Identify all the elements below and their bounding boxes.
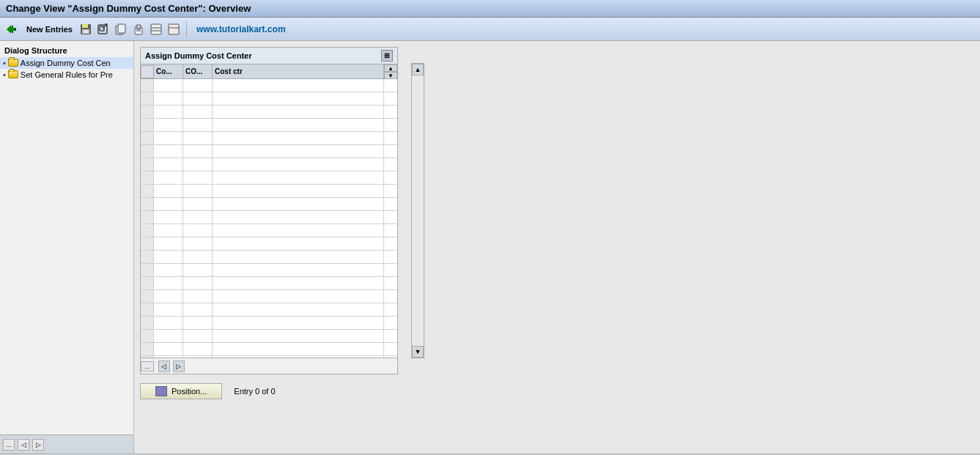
row-cell-co1[interactable] [154,106,183,118]
row-cell-cost[interactable] [213,132,384,144]
sidebar-nav-right[interactable]: ▷ [32,439,44,451]
row-cell-cost[interactable] [213,198,384,210]
row-cell-co2[interactable] [183,264,213,276]
row-cell-co1[interactable] [154,119,183,131]
row-cell-co1[interactable] [154,264,183,276]
row-selector[interactable] [141,330,154,342]
row-selector[interactable] [141,251,154,263]
row-cell-co2[interactable] [183,277,213,289]
row-cell-cost[interactable] [213,264,384,276]
h-scroll-right-btn[interactable]: ▷ [173,360,185,372]
col-all-selector[interactable] [141,65,154,78]
row-cell-co2[interactable] [183,290,213,303]
row-selector[interactable] [141,224,154,237]
row-selector[interactable] [141,343,154,355]
row-cell-co1[interactable] [154,171,183,184]
table-row[interactable] [141,277,397,290]
nav-back-button[interactable] [4,22,21,37]
table-row[interactable] [141,264,397,277]
scroll-down-arrow[interactable]: ▼ [412,346,424,358]
cut-button[interactable] [166,23,181,36]
table-row[interactable] [141,79,397,92]
row-cell-cost[interactable] [213,119,384,131]
table-row[interactable] [141,185,397,198]
row-cell-co2[interactable] [183,145,213,158]
row-cell-cost[interactable] [213,79,384,92]
table-row[interactable] [141,343,397,356]
row-cell-cost[interactable] [213,343,384,355]
row-cell-cost[interactable] [213,303,384,316]
row-selector[interactable] [141,132,154,144]
row-cell-co2[interactable] [183,211,213,223]
shortcut-button[interactable] [96,23,111,36]
scroll-down-header-btn[interactable]: ▼ [384,72,397,79]
row-cell-cost[interactable] [213,237,384,250]
row-cell-co2[interactable] [183,106,213,118]
row-cell-co1[interactable] [154,343,183,355]
row-selector[interactable] [141,290,154,303]
row-selector[interactable] [141,185,154,197]
row-cell-cost[interactable] [213,330,384,342]
row-cell-co2[interactable] [183,343,213,355]
row-cell-co2[interactable] [183,251,213,263]
table-row[interactable] [141,211,397,224]
table-row[interactable] [141,171,397,185]
h-scroll-left-btn[interactable]: ◁ [158,360,170,372]
row-selector[interactable] [141,171,154,184]
row-cell-co2[interactable] [183,198,213,210]
table-row[interactable] [141,251,397,264]
row-cell-co1[interactable] [154,224,183,237]
scroll-up-btn[interactable]: ▲ [384,64,397,72]
row-selector[interactable] [141,198,154,210]
row-selector[interactable] [141,79,154,92]
table-row[interactable] [141,290,397,303]
row-cell-co1[interactable] [154,317,183,329]
row-cell-cost[interactable] [213,185,384,197]
row-cell-co2[interactable] [183,356,213,358]
row-cell-co1[interactable] [154,145,183,158]
row-selector[interactable] [141,237,154,250]
row-cell-cost[interactable] [213,171,384,184]
table-row[interactable] [141,158,397,171]
row-selector[interactable] [141,92,154,105]
row-selector[interactable] [141,158,154,171]
table-options-button[interactable]: ⊞ [381,50,393,62]
row-selector[interactable] [141,119,154,131]
row-cell-co1[interactable] [154,237,183,250]
table-row[interactable] [141,303,397,317]
row-cell-co2[interactable] [183,79,213,92]
table-row[interactable] [141,132,397,145]
row-cell-co1[interactable] [154,356,183,358]
row-selector[interactable] [141,264,154,276]
row-cell-cost[interactable] [213,290,384,303]
row-selector[interactable] [141,317,154,329]
row-cell-co2[interactable] [183,237,213,250]
paste-button[interactable] [131,23,146,36]
row-cell-cost[interactable] [213,277,384,289]
row-cell-cost[interactable] [213,211,384,223]
row-selector[interactable] [141,211,154,223]
row-cell-co2[interactable] [183,92,213,105]
copy-row-button[interactable] [149,23,163,36]
sidebar-item-set-general[interactable]: • Set General Rules for Pre [0,69,133,81]
table-row[interactable] [141,317,397,330]
row-selector[interactable] [141,356,154,358]
row-cell-cost[interactable] [213,224,384,237]
table-row[interactable] [141,224,397,237]
row-selector[interactable] [141,303,154,316]
table-row[interactable] [141,330,397,343]
row-cell-co2[interactable] [183,171,213,184]
row-cell-cost[interactable] [213,92,384,105]
row-cell-cost[interactable] [213,251,384,263]
row-selector[interactable] [141,277,154,289]
row-cell-co1[interactable] [154,185,183,197]
row-cell-co1[interactable] [154,158,183,171]
row-cell-co2[interactable] [183,132,213,144]
row-cell-cost[interactable] [213,145,384,158]
table-row[interactable] [141,106,397,119]
sidebar-item-assign-dummy[interactable]: • Assign Dummy Cost Cen [0,57,133,69]
row-cell-co2[interactable] [183,224,213,237]
row-cell-co1[interactable] [154,92,183,105]
bottom-cell-btn[interactable]: ... [141,361,154,371]
row-cell-co1[interactable] [154,79,183,92]
